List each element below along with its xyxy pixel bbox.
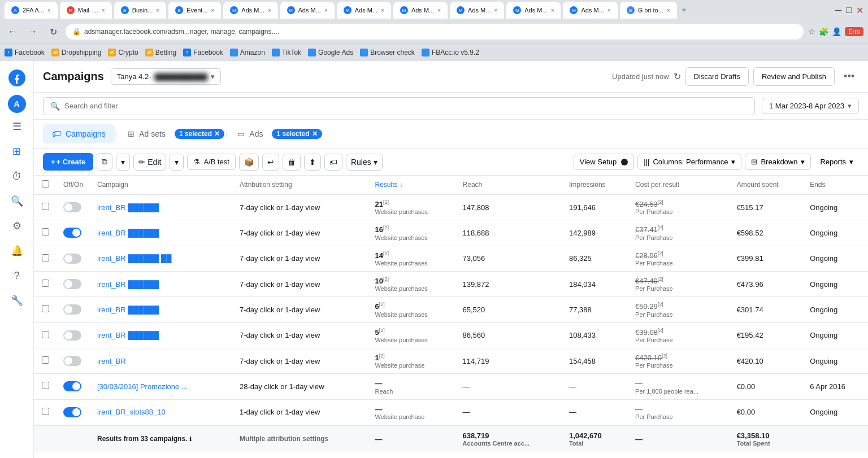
sidebar-item-notifications[interactable]: 🔔	[6, 239, 28, 262]
row-checkbox-cell[interactable]	[34, 374, 57, 399]
bookmark-browser-check[interactable]: 🌐 Browser check	[360, 49, 415, 56]
tab-close-btn[interactable]: ×	[437, 7, 441, 14]
cost-per-result-header[interactable]: Cost per result	[628, 176, 730, 194]
campaign-link[interactable]: irent_BR ██████ ██	[97, 254, 172, 263]
campaign-link[interactable]: irent_BR_slots88_10	[97, 408, 166, 416]
tab-business[interactable]: B Busin... ×	[114, 2, 167, 19]
bookmark-betting[interactable]: 📁 Betting	[145, 49, 176, 56]
bookmark-star-icon[interactable]: ☆	[808, 27, 815, 36]
campaign-link[interactable]: [30/03/2016] Promozione ...	[97, 382, 188, 391]
duplicate-button[interactable]: ⧉	[97, 153, 112, 171]
clear-adsets-selection-button[interactable]: ✕	[214, 130, 220, 138]
new-tab-button[interactable]: +	[679, 5, 689, 15]
tab-ads6[interactable]: M Ads M... ×	[506, 2, 561, 19]
search-box[interactable]: 🔍	[43, 97, 755, 115]
undo-button[interactable]: ↩	[262, 154, 279, 171]
sidebar-item-help[interactable]: ?	[6, 264, 28, 287]
sidebar-item-settings[interactable]: ⚙	[6, 215, 28, 237]
date-range-picker[interactable]: 1 Mar 2023-8 Apr 2023 ▾	[762, 98, 859, 114]
row-checkbox-cell[interactable]	[34, 348, 57, 373]
bookmark-amazon[interactable]: 🌐 Amazon	[230, 49, 265, 56]
tab-close-btn[interactable]: ×	[551, 7, 554, 14]
sidebar-item-menu[interactable]: ☰	[6, 115, 28, 138]
reach-header[interactable]: Reach	[456, 176, 562, 194]
archive-button[interactable]: 📦	[239, 154, 259, 171]
tab-adsets[interactable]: ⊞ Ad sets	[119, 125, 175, 143]
row-checkbox[interactable]	[42, 254, 49, 261]
ads-selected-badge[interactable]: 1 selected ✕	[272, 129, 322, 139]
tab-close-btn[interactable]: ×	[494, 7, 497, 14]
tab-close-btn[interactable]: ×	[156, 7, 159, 14]
row-checkbox-cell[interactable]	[34, 322, 57, 348]
refresh-button[interactable]: ↻	[674, 71, 681, 82]
tab-close-btn[interactable]: ×	[324, 7, 328, 14]
account-selector[interactable]: Tanya 4.2- ████████████ ▾	[111, 68, 221, 85]
tag-button[interactable]: 🏷	[324, 154, 342, 171]
campaign-toggle[interactable]	[63, 407, 81, 417]
row-checkbox-cell[interactable]	[34, 194, 57, 220]
tab-ads3[interactable]: M Ads M... ×	[337, 2, 391, 19]
row-checkbox[interactable]	[42, 331, 49, 338]
row-toggle-cell[interactable]	[57, 297, 90, 322]
row-toggle-cell[interactable]	[57, 194, 90, 220]
campaign-toggle[interactable]	[63, 381, 81, 391]
row-toggle-cell[interactable]	[57, 348, 90, 373]
row-checkbox-cell[interactable]	[34, 297, 57, 322]
tab-close-btn[interactable]: ×	[607, 7, 611, 14]
row-toggle-cell[interactable]	[57, 374, 90, 399]
tab-mail[interactable]: M Mail -... ×	[60, 2, 112, 19]
row-toggle-cell[interactable]	[57, 220, 90, 246]
campaign-toggle[interactable]	[63, 330, 81, 341]
bookmark-tiktok[interactable]: 🌐 TikTok	[272, 49, 301, 56]
campaign-link[interactable]: irent_BR ██████	[97, 229, 159, 237]
edit-dropdown-button[interactable]: ▾	[170, 154, 184, 171]
bookmark-google-ads[interactable]: 🌐 Google Ads	[308, 49, 353, 56]
attribution-header[interactable]: Attribution setting	[233, 176, 368, 194]
campaign-header[interactable]: Campaign	[90, 176, 233, 194]
forward-button[interactable]: →	[25, 24, 41, 40]
row-toggle-cell[interactable]	[57, 246, 90, 271]
sidebar-item-search[interactable]: 🔍	[6, 190, 28, 212]
row-checkbox[interactable]	[42, 203, 49, 210]
more-options-button[interactable]: •••	[839, 68, 859, 85]
search-input[interactable]	[64, 102, 748, 110]
create-button[interactable]: + + Create	[43, 153, 93, 171]
bookmark-crypto[interactable]: 📁 Crypto	[108, 49, 138, 56]
user-avatar[interactable]: A	[8, 95, 26, 113]
tab-close-btn[interactable]: ×	[381, 7, 384, 14]
maximize-button[interactable]: □	[846, 5, 852, 16]
tab-ads1[interactable]: M Ads M... ×	[223, 2, 277, 19]
campaign-toggle[interactable]	[63, 279, 81, 289]
tab-ads7[interactable]: M Ads M... ×	[563, 2, 617, 19]
tab-close-btn[interactable]: ×	[47, 7, 51, 14]
row-toggle-cell[interactable]	[57, 322, 90, 348]
tab-google[interactable]: G G bri to... ×	[620, 2, 677, 19]
row-checkbox[interactable]	[42, 228, 49, 235]
close-window-button[interactable]: ✕	[856, 5, 863, 16]
select-all-header[interactable]	[34, 176, 57, 194]
address-bar[interactable]: 🔒 adsmanager.facebook.com/adsm...nager, …	[66, 24, 804, 40]
sidebar-item-tools[interactable]: 🔧	[6, 289, 28, 312]
bookmark-facebook[interactable]: f Facebook	[5, 49, 45, 56]
row-toggle-cell[interactable]	[57, 399, 90, 425]
tab-close-btn[interactable]: ×	[211, 7, 215, 14]
row-toggle-cell[interactable]	[57, 271, 90, 296]
select-all-checkbox[interactable]	[42, 180, 49, 187]
adsets-selected-badge[interactable]: 1 selected ✕	[175, 129, 224, 139]
clear-ads-selection-button[interactable]: ✕	[312, 130, 318, 138]
campaigns-table-container[interactable]: Off/On Campaign Attribution setting Resu…	[34, 176, 868, 458]
tab-close-btn[interactable]: ×	[102, 7, 105, 14]
profile-icon[interactable]: 👤	[832, 27, 841, 36]
row-checkbox[interactable]	[42, 356, 49, 364]
breakdown-button[interactable]: ⊟ Breakdown ▾	[745, 154, 811, 170]
sidebar-item-activity[interactable]: ⏱	[6, 165, 28, 187]
reload-button[interactable]: ↻	[45, 24, 61, 40]
ab-test-button[interactable]: ⚗ A/B test	[187, 154, 236, 170]
bookmark-facebook2[interactable]: f Facebook	[183, 49, 223, 56]
row-checkbox[interactable]	[42, 408, 49, 415]
row-checkbox[interactable]	[42, 280, 49, 287]
review-publish-button[interactable]: Review and Publish	[753, 67, 835, 86]
row-checkbox-cell[interactable]	[34, 220, 57, 246]
reports-button[interactable]: Reports ▾	[814, 154, 859, 169]
tab-close-btn[interactable]: ×	[268, 7, 271, 14]
